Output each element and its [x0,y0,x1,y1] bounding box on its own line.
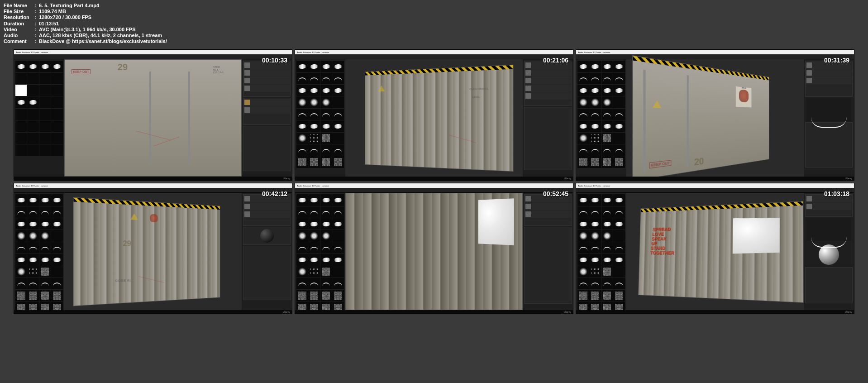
watermark: Udemy [283,177,290,180]
assets-panel [14,193,64,310]
brush-icon [308,156,320,168]
brush-icon [601,194,613,206]
brush-icon [308,109,320,120]
brush-icon [51,254,62,265]
brush-icon [15,61,27,72]
brush-icon [320,254,332,265]
brush-icon [27,120,38,132]
material-sphere-icon [819,244,839,265]
assets-panel [14,59,64,177]
thumbnail-2: Adobe Substance 3D Painter - container [295,49,573,181]
decal-number: 29 [118,62,128,72]
brush-icon [39,218,51,230]
brush-icon [27,85,38,96]
brush-icon [296,290,308,301]
app-title: Adobe Substance 3D Painter - container [297,185,329,187]
audio-value: AAC, 128 kb/s (CBR), 44.1 kHz, 2 channel… [39,33,162,38]
brush-icon [332,254,343,265]
brush-icon [15,194,27,206]
brush-icon [39,144,51,156]
duration-label: Duration [4,21,34,27]
brush-icon [320,73,332,84]
brush-icon [51,266,62,278]
resolution-label: Resolution [4,14,34,20]
brush-icon [39,109,51,120]
brush-icon [320,290,332,301]
brush-icon [332,96,343,108]
brush-icon [296,156,308,168]
timestamp: 01:03:18 [824,190,849,197]
brush-icon [308,194,320,206]
brush-icon [589,156,601,168]
timestamp: 00:42:12 [262,190,287,197]
brush-icon [320,266,332,278]
brush-icon [601,266,613,278]
brush-icon [577,144,589,156]
brush-icon [296,61,308,72]
brush-icon [308,206,320,218]
comment-value: BlackDove @ https://sanet.st/blogs/exclu… [39,38,167,44]
brush-icon [39,278,51,289]
brush-icon [320,278,332,289]
hazard-stripe [633,56,769,80]
brush-icon [589,109,601,120]
brush-icon [308,61,320,72]
brush-icon [308,133,320,144]
brush-icon [39,230,51,241]
warning-triangle-icon [378,85,385,91]
properties-panel [804,59,854,177]
brush-icon [613,194,625,206]
brush-icon [51,278,62,289]
brush-icon [320,144,332,156]
brush-icon [320,194,332,206]
brush-icon [332,85,343,96]
properties-panel [523,193,573,310]
brush-icon [27,218,38,230]
toolbar [295,54,573,59]
filesize-value: 1109.74 MB [39,9,66,14]
brush-icon [296,85,308,96]
decal-keepout: KEEP OUT [72,69,91,74]
brush-icon [589,85,601,96]
toolbar [14,188,292,193]
toolbar [14,54,292,59]
thumbnail-grid: Adobe Substance 3D Painter - container [0,47,868,316]
viewport: SPREAD LOVE SPEAK UP STAND TOGETHER [626,193,804,310]
decal-tare: TARE NET CU.CAP. [213,66,224,74]
assets-panel [295,59,345,177]
brush-icon [27,206,38,218]
brush-icon [589,73,601,84]
filename-value: 6. 5. Texturing Part 4.mp4 [39,3,99,9]
decal-sticker [150,214,158,223]
brush-icon [39,73,51,84]
brush-icon [332,290,343,301]
brush-icon [577,73,589,84]
brush-icon [577,156,589,168]
brush-icon [601,73,613,84]
brush-icon [296,278,308,289]
brush-icon [39,206,51,218]
brush-icon [51,73,62,84]
brush-icon [613,290,625,301]
viewport: AREA 51 KEEP OUT 20 [626,59,804,177]
brush-icon [296,96,308,108]
brush-icon [51,61,62,72]
brush-icon [613,266,625,278]
filename-label: File Name [4,3,34,9]
brush-icon [589,61,601,72]
brush-icon [308,120,320,132]
brush-icon [296,133,308,144]
brush-icon [332,109,343,120]
brush-icon [320,206,332,218]
brush-icon [601,230,613,241]
brush-icon [296,266,308,278]
brush-icon [577,120,589,132]
brush-icon [15,230,27,241]
brush-icon [51,85,62,96]
filesize-label: File Size [4,9,34,14]
brush-icon [613,85,625,96]
graffiti-scratch [154,137,180,146]
brush-icon [320,242,332,254]
brush-icon [296,242,308,254]
brush-icon [589,120,601,132]
